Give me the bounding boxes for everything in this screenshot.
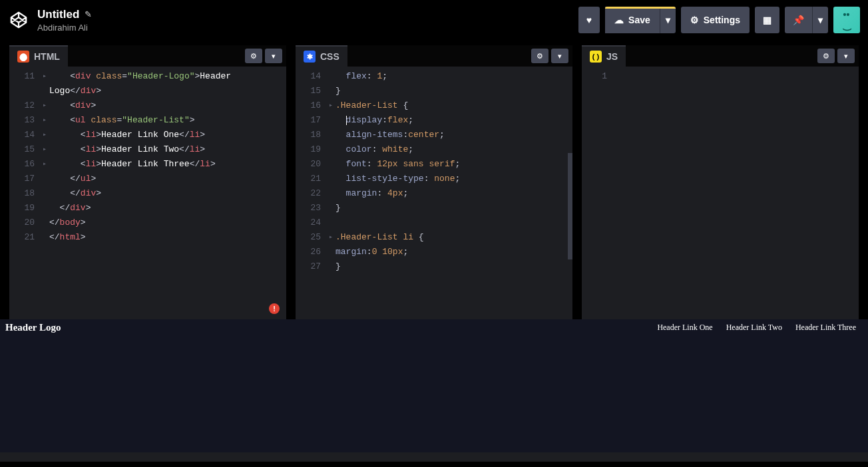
js-dropdown-button[interactable]: ▾	[837, 49, 855, 63]
html-error-badge[interactable]: !	[269, 303, 280, 314]
code-content[interactable]: align-items:center;	[335, 128, 445, 142]
code-content[interactable]: list-style-type: none;	[335, 172, 460, 186]
css-scrollbar[interactable]	[568, 153, 572, 259]
code-content[interactable]: Logo</div>	[49, 84, 101, 98]
code-content[interactable]: <ul class="Header-List">	[49, 113, 195, 128]
js-settings-button[interactable]: ⚙	[817, 49, 835, 63]
gear-icon: ⚙	[690, 15, 699, 25]
author-name[interactable]: Abdirahim Ali	[37, 23, 578, 33]
line-number: 14	[296, 69, 329, 84]
code-line[interactable]: 12▸ <div>	[9, 98, 286, 113]
fold-marker-icon	[615, 69, 622, 84]
code-line[interactable]: 25▸.Header-List li {	[296, 230, 572, 245]
code-line[interactable]: 21 list-style-type: none;	[296, 172, 572, 186]
code-content[interactable]: </div>	[49, 201, 91, 216]
pin-button[interactable]: 📌	[785, 7, 812, 33]
code-line[interactable]: 26margin:0 10px;	[296, 245, 572, 259]
fold-marker-icon[interactable]: ▸	[43, 98, 49, 113]
css-editor[interactable]: 14 flex: 1;15}16▸.Header-List {17 displa…	[296, 67, 572, 319]
code-content[interactable]: display:flex;	[335, 113, 413, 128]
pin-dropdown-button[interactable]: ▾	[812, 7, 828, 33]
html-settings-button[interactable]: ⚙	[245, 49, 262, 63]
js-tab[interactable]: ( ) JS	[582, 45, 626, 67]
fold-marker-icon[interactable]: ▸	[43, 142, 49, 157]
code-line[interactable]: 22 margin: 4px;	[296, 186, 572, 201]
pin-icon: 📌	[793, 15, 804, 25]
code-line[interactable]: 1	[582, 69, 859, 84]
code-content[interactable]: .Header-List {	[335, 98, 408, 113]
line-number: 21	[296, 172, 329, 186]
pen-title[interactable]: Untitled	[37, 8, 79, 21]
fold-marker-icon[interactable]: ▸	[43, 113, 49, 128]
code-line[interactable]: 20</body>	[9, 216, 286, 230]
fold-marker-icon[interactable]: ▸	[43, 69, 49, 84]
code-content[interactable]: }	[335, 259, 341, 274]
code-line[interactable]: 21</html>	[9, 230, 286, 245]
css-dropdown-button[interactable]: ▾	[551, 49, 568, 63]
code-line[interactable]: 19 color: white;	[296, 142, 572, 157]
code-content[interactable]: .Header-List li {	[335, 230, 424, 245]
edit-title-icon[interactable]: ✎	[85, 9, 92, 19]
html-tab[interactable]: ⬤ HTML	[9, 45, 68, 67]
fold-marker-icon[interactable]: ▸	[329, 230, 335, 245]
css-settings-button[interactable]: ⚙	[531, 49, 548, 63]
code-line[interactable]: 11▸ <div class="Header-Logo">Header	[9, 69, 286, 84]
settings-button[interactable]: ⚙ Settings	[681, 7, 750, 33]
css-badge-icon: ✱	[304, 51, 316, 63]
code-line[interactable]: 18 </div>	[9, 186, 286, 201]
code-line[interactable]: 15}	[296, 84, 572, 98]
html-editor[interactable]: 11▸ <div class="Header-Logo">Header Logo…	[9, 67, 286, 319]
html-panel: ⬤ HTML ⚙ ▾ 11▸ <div class="Header-Logo">…	[9, 45, 286, 319]
code-content[interactable]: margin:0 10px;	[335, 245, 408, 259]
code-line[interactable]: 23}	[296, 201, 572, 216]
output-preview[interactable]: Header Logo Header Link OneHeader Link T…	[0, 319, 868, 452]
code-line[interactable]: 16▸.Header-List {	[296, 98, 572, 113]
js-editor[interactable]: 1	[582, 67, 859, 319]
code-line[interactable]: 19 </div>	[9, 201, 286, 216]
code-line[interactable]: 14 flex: 1;	[296, 69, 572, 84]
css-tab[interactable]: ✱ CSS	[296, 45, 347, 67]
code-line[interactable]: 13▸ <ul class="Header-List">	[9, 113, 286, 128]
code-content[interactable]: }	[335, 84, 341, 98]
line-number: 1	[582, 69, 615, 84]
code-content[interactable]: flex: 1;	[335, 69, 387, 84]
code-line[interactable]: 17 </ul>	[9, 172, 286, 186]
code-content[interactable]: <li>Header Link Three</li>	[49, 157, 216, 172]
fold-marker-icon	[329, 142, 335, 157]
code-content[interactable]: </ul>	[49, 172, 96, 186]
code-content[interactable]: margin: 4px;	[335, 186, 408, 201]
code-content[interactable]: </div>	[49, 186, 101, 201]
line-number: 21	[9, 230, 43, 245]
line-number: 12	[9, 98, 43, 113]
code-content[interactable]: }	[335, 201, 341, 216]
code-content[interactable]: color: white;	[335, 142, 413, 157]
fold-marker-icon	[43, 186, 49, 201]
code-content[interactable]: </html>	[49, 230, 86, 245]
fold-marker-icon[interactable]: ▸	[329, 98, 335, 113]
code-line[interactable]: Logo</div>	[9, 84, 286, 98]
code-content[interactable]: <li>Header Link One</li>	[49, 128, 205, 142]
save-button[interactable]: ☁ Save	[605, 7, 660, 33]
code-line[interactable]: 14▸ <li>Header Link One</li>	[9, 128, 286, 142]
code-content[interactable]: <li>Header Link Two</li>	[49, 142, 205, 157]
line-number: 11	[9, 69, 43, 84]
user-avatar[interactable]: ••‿	[833, 7, 860, 33]
fold-marker-icon[interactable]: ▸	[43, 128, 49, 142]
code-line[interactable]: 17 display:flex;	[296, 113, 572, 128]
fold-marker-icon[interactable]: ▸	[43, 157, 49, 172]
code-content[interactable]: font: 12px sans serif;	[335, 157, 460, 172]
code-content[interactable]: </body>	[49, 216, 86, 230]
code-content[interactable]: <div class="Header-Logo">Header	[49, 69, 236, 84]
codepen-logo[interactable]	[8, 9, 29, 31]
code-line[interactable]: 18 align-items:center;	[296, 128, 572, 142]
html-dropdown-button[interactable]: ▾	[265, 49, 282, 63]
code-line[interactable]: 15▸ <li>Header Link Two</li>	[9, 142, 286, 157]
code-line[interactable]: 24	[296, 216, 572, 230]
code-line[interactable]: 20 font: 12px sans serif;	[296, 157, 572, 172]
layout-button[interactable]: ▦	[755, 7, 779, 33]
code-content[interactable]: <div>	[49, 98, 96, 113]
code-line[interactable]: 16▸ <li>Header Link Three</li>	[9, 157, 286, 172]
code-line[interactable]: 27}	[296, 259, 572, 274]
love-button[interactable]: ♥	[578, 7, 600, 33]
save-dropdown-button[interactable]: ▾	[660, 7, 676, 33]
